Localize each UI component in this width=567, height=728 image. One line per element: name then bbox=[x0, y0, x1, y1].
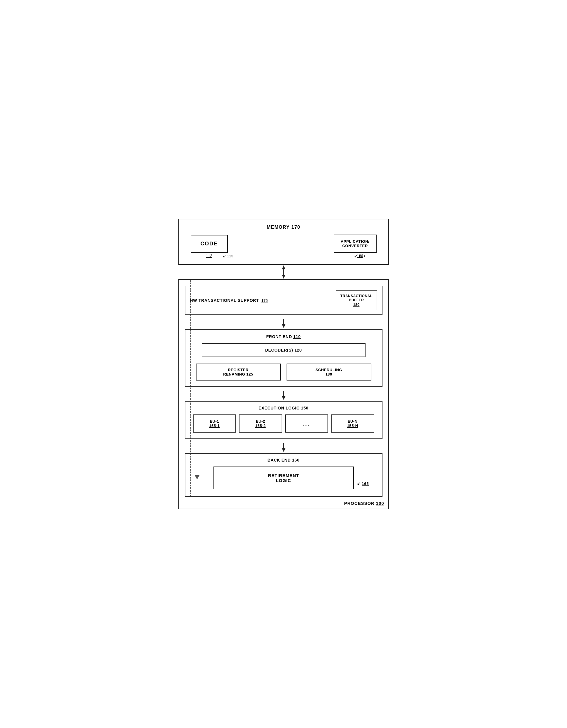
retirement-ref-label: ↙ 165 bbox=[357, 481, 369, 486]
memory-title-text: MEMORY bbox=[267, 225, 290, 230]
svg-marker-6 bbox=[282, 396, 285, 400]
decoder-box: DECODER(S) 120 bbox=[202, 343, 366, 357]
code-label: CODE bbox=[201, 241, 218, 247]
svg-marker-8 bbox=[282, 448, 285, 452]
memory-row: CODE 113 APPLICATION/ CONVERTER 180 bbox=[185, 235, 382, 253]
trans-buffer-box: TRANSACTIONAL BUFFER 180 bbox=[336, 290, 377, 310]
dashed-arrow-end bbox=[194, 471, 201, 481]
exec-block: EXECUTION LOGIC 150 EU-1 155-1 EU-2 155-… bbox=[185, 401, 382, 439]
frontend-block: FRONT END 110 DECODER(S) 120 REGISTER RE… bbox=[185, 329, 382, 387]
app-container: APPLICATION/ CONVERTER 180 bbox=[334, 235, 377, 253]
reg-sched-row: REGISTER RENAMING 125 SCHEDULING 130 bbox=[190, 364, 377, 381]
memory-ref: 170 bbox=[292, 225, 301, 230]
code-ref-label: 113 bbox=[206, 254, 212, 258]
reg-renaming-box: REGISTER RENAMING 125 bbox=[196, 364, 281, 381]
memory-block: MEMORY 170 CODE 113 APPLICATION/ CONVERT… bbox=[178, 219, 389, 265]
down-arrow-hw-fe bbox=[279, 319, 288, 328]
eu2-box: EU-2 155-2 bbox=[239, 414, 282, 433]
mem-proc-arrow-area bbox=[178, 265, 389, 279]
eu1-box: EU-1 155-1 bbox=[193, 414, 236, 433]
buffer-ref: 180 bbox=[340, 303, 373, 307]
code-ref-inline: ↙ 113 bbox=[223, 254, 233, 258]
hw-fe-arrow bbox=[185, 319, 382, 328]
code-box: CODE bbox=[191, 235, 228, 253]
svg-marker-2 bbox=[282, 275, 285, 279]
svg-marker-0 bbox=[282, 265, 285, 269]
hw-title-area: HW TRANSACTIONAL SUPPORT 175 bbox=[190, 298, 268, 303]
code-container: CODE 113 bbox=[191, 235, 228, 253]
diagram-container: MEMORY 170 CODE 113 APPLICATION/ CONVERT… bbox=[170, 210, 398, 518]
exec-title: EXECUTION LOGIC 150 bbox=[190, 406, 377, 410]
eu-row: EU-1 155-1 EU-2 155-2 ... EU-N 155-N bbox=[190, 414, 377, 433]
down-arrow-exec-be bbox=[279, 443, 288, 452]
backend-block: BACK END 160 RETIREMENT LOGIC ↙ 165 bbox=[185, 453, 382, 497]
frontend-title: FRONT END 110 bbox=[190, 334, 377, 339]
processor-label: PROCESSOR 100 bbox=[344, 501, 384, 506]
fe-exec-arrow bbox=[185, 391, 382, 400]
app-ref-label: 180 bbox=[357, 254, 363, 258]
svg-marker-9 bbox=[195, 475, 199, 479]
eu-dots-box: ... bbox=[285, 414, 328, 433]
hw-title-text: HW TRANSACTIONAL SUPPORT bbox=[190, 298, 259, 303]
retirement-box: RETIREMENT LOGIC ↙ 165 bbox=[213, 467, 354, 489]
hw-block: HW TRANSACTIONAL SUPPORT 175 TRANSACTION… bbox=[185, 286, 382, 315]
svg-marker-4 bbox=[282, 324, 285, 328]
eun-box: EU-N 155-N bbox=[331, 414, 374, 433]
app-converter-box: APPLICATION/ CONVERTER bbox=[334, 235, 377, 253]
down-arrow-fe-exec bbox=[279, 391, 288, 400]
scheduling-box: SCHEDULING 130 bbox=[287, 364, 371, 381]
hw-ref: 175 bbox=[261, 298, 268, 303]
processor-block: HW TRANSACTIONAL SUPPORT 175 TRANSACTION… bbox=[178, 279, 389, 509]
memory-title: MEMORY 170 bbox=[185, 225, 382, 230]
backend-title: BACK END 160 bbox=[190, 458, 377, 462]
bidirectional-arrow bbox=[278, 265, 289, 279]
exec-be-arrow bbox=[185, 443, 382, 452]
